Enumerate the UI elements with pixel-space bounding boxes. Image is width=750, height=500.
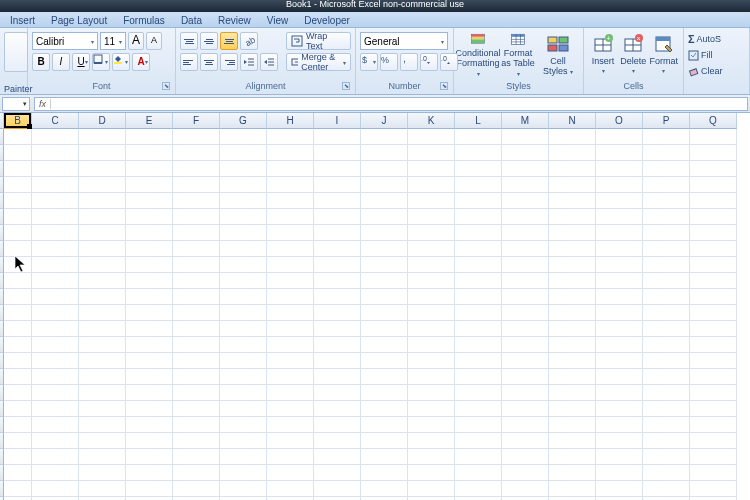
cell[interactable] (126, 337, 173, 353)
cell[interactable] (596, 337, 643, 353)
cell[interactable] (126, 177, 173, 193)
cell[interactable] (173, 257, 220, 273)
spreadsheet-grid[interactable]: BCDEFGHIJKLMNOPQ (0, 113, 750, 500)
cell[interactable] (126, 193, 173, 209)
cell[interactable] (502, 449, 549, 465)
cell[interactable] (314, 177, 361, 193)
tab-view[interactable]: View (259, 14, 297, 27)
cell[interactable] (173, 145, 220, 161)
cell[interactable] (455, 273, 502, 289)
cell[interactable] (314, 385, 361, 401)
cell[interactable] (173, 417, 220, 433)
cell[interactable] (126, 161, 173, 177)
cell[interactable] (643, 337, 690, 353)
cell[interactable] (408, 417, 455, 433)
cell[interactable] (361, 241, 408, 257)
cell[interactable] (596, 433, 643, 449)
cell[interactable] (549, 353, 596, 369)
cell[interactable] (220, 225, 267, 241)
cell[interactable] (690, 129, 737, 145)
cell[interactable] (4, 433, 32, 449)
cell[interactable] (549, 305, 596, 321)
cell[interactable] (173, 241, 220, 257)
cell[interactable] (690, 353, 737, 369)
cell[interactable] (502, 129, 549, 145)
cell[interactable] (173, 305, 220, 321)
cell[interactable] (4, 145, 32, 161)
cell[interactable] (173, 481, 220, 497)
cell[interactable] (690, 449, 737, 465)
cell[interactable] (455, 305, 502, 321)
cell[interactable] (455, 209, 502, 225)
cell[interactable] (126, 433, 173, 449)
tab-developer[interactable]: Developer (296, 14, 358, 27)
cell[interactable] (32, 465, 79, 481)
cell[interactable] (79, 465, 126, 481)
column-header-H[interactable]: H (267, 113, 314, 129)
cell[interactable] (361, 209, 408, 225)
cell[interactable] (32, 369, 79, 385)
column-header-B[interactable]: B (4, 113, 32, 129)
cell[interactable] (408, 321, 455, 337)
cell[interactable] (173, 289, 220, 305)
cell[interactable] (596, 209, 643, 225)
cell[interactable] (267, 241, 314, 257)
cell[interactable] (32, 177, 79, 193)
tab-data[interactable]: Data (173, 14, 210, 27)
cell[interactable] (361, 465, 408, 481)
cell[interactable] (32, 305, 79, 321)
cell[interactable] (220, 209, 267, 225)
orientation-button[interactable]: ab (240, 32, 258, 50)
cell[interactable] (690, 337, 737, 353)
cell[interactable] (126, 209, 173, 225)
cell[interactable] (408, 289, 455, 305)
cell[interactable] (220, 417, 267, 433)
cell[interactable] (361, 369, 408, 385)
cell[interactable] (549, 193, 596, 209)
cell[interactable] (79, 385, 126, 401)
cell[interactable] (690, 241, 737, 257)
cell[interactable] (267, 225, 314, 241)
cell[interactable] (596, 385, 643, 401)
cell[interactable] (502, 369, 549, 385)
fill-color-button[interactable] (112, 53, 130, 71)
cell[interactable] (408, 161, 455, 177)
cell[interactable] (220, 433, 267, 449)
cell[interactable] (267, 401, 314, 417)
cell[interactable] (173, 465, 220, 481)
align-center-button[interactable] (200, 53, 218, 71)
column-header-E[interactable]: E (126, 113, 173, 129)
percent-button[interactable]: % (380, 53, 398, 71)
cell[interactable] (173, 161, 220, 177)
cell[interactable] (455, 289, 502, 305)
cell[interactable] (4, 481, 32, 497)
cell[interactable] (690, 225, 737, 241)
cell[interactable] (549, 449, 596, 465)
cell[interactable] (32, 417, 79, 433)
cell[interactable] (126, 417, 173, 433)
cell[interactable] (455, 385, 502, 401)
cell[interactable] (549, 369, 596, 385)
cell[interactable] (173, 177, 220, 193)
cell[interactable] (643, 209, 690, 225)
cell[interactable] (126, 369, 173, 385)
cell[interactable] (314, 225, 361, 241)
cell[interactable] (220, 481, 267, 497)
cell[interactable] (32, 145, 79, 161)
grow-font-button[interactable]: A (128, 32, 144, 50)
cell[interactable] (643, 305, 690, 321)
cell[interactable] (408, 465, 455, 481)
cell[interactable] (220, 401, 267, 417)
cell[interactable] (408, 129, 455, 145)
cell[interactable] (408, 481, 455, 497)
cell[interactable] (79, 481, 126, 497)
cell[interactable] (220, 353, 267, 369)
format-cells-button[interactable]: Format ▾ (648, 30, 679, 80)
cell[interactable] (690, 321, 737, 337)
cell[interactable] (220, 449, 267, 465)
cell[interactable] (314, 481, 361, 497)
cell[interactable] (32, 289, 79, 305)
cell[interactable] (4, 177, 32, 193)
cell[interactable] (314, 241, 361, 257)
cell[interactable] (32, 401, 79, 417)
